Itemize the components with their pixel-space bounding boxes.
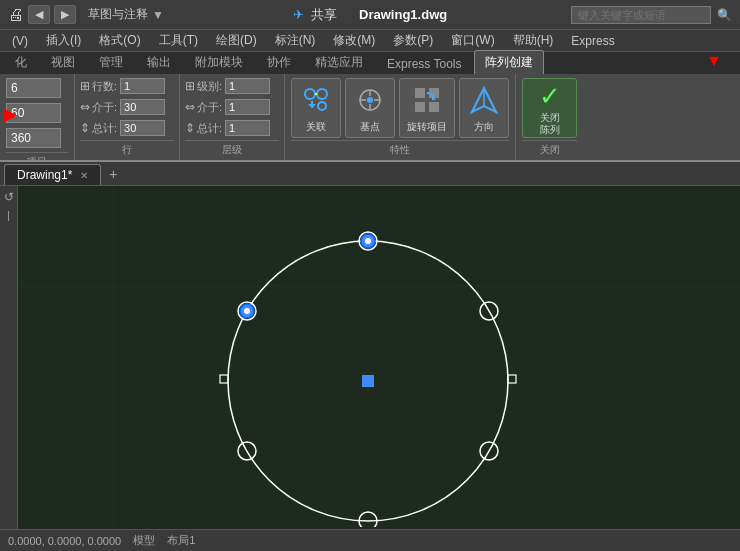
rotate-items-label: 旋转项目 [407, 121, 447, 133]
level-total-label: ⇕ 总计: [185, 121, 222, 136]
close-section: ✓ 关闭 陈列 关闭 [516, 74, 583, 160]
row-icon: ⊞ [80, 79, 90, 93]
level-icon: ⊞ [185, 79, 195, 93]
tab-output[interactable]: 输出 [136, 50, 182, 74]
level-between-input[interactable] [225, 99, 270, 115]
share-icon: ✈ [293, 7, 304, 22]
row-between-input[interactable] [120, 99, 165, 115]
tool-icon-2[interactable]: | [7, 210, 10, 221]
doc-tab-close-btn[interactable]: ✕ [80, 170, 88, 181]
svg-point-5 [318, 102, 326, 110]
row-total-label: ⇕ 总计: [80, 121, 117, 136]
red-arrow-left: ▶ [4, 105, 16, 124]
menu-window[interactable]: 窗口(W) [443, 30, 502, 51]
close-checkmark-icon: ✓ [539, 83, 561, 109]
tab-array-create[interactable]: 阵列创建 [474, 50, 544, 74]
level-total-input[interactable] [225, 120, 270, 136]
tab-express[interactable]: Express Tools [376, 53, 472, 74]
ribbon-tabs: 化 视图 管理 输出 附加模块 协作 精选应用 Express Tools 阵列… [0, 52, 740, 74]
total-icon: ⇕ [80, 121, 90, 135]
doc-tab-drawing1[interactable]: Drawing1* ✕ [4, 164, 101, 185]
associate-button[interactable]: 关联 [291, 78, 341, 138]
title-bar: 🖨 ◀ ▶ 草图与注释 ▼ ✈ 共享 Drawing1.dwg 🔍 [0, 0, 740, 30]
share-label: 共享 [311, 7, 337, 22]
level-section-label: 层级 [185, 140, 279, 157]
tab-hua[interactable]: 化 [4, 50, 38, 74]
red-arrow-top: ▼ [706, 52, 722, 70]
search-input[interactable] [571, 6, 711, 24]
close-array-label: 关闭 陈列 [540, 112, 560, 136]
menu-draw[interactable]: 绘图(D) [208, 30, 265, 51]
row-count-row: ⊞ 行数: [80, 78, 174, 94]
layout1-label[interactable]: 布局1 [167, 533, 195, 548]
item-360-row [6, 128, 68, 148]
undo-btn[interactable]: ◀ [28, 5, 50, 24]
tab-modules[interactable]: 附加模块 [184, 50, 254, 74]
tab-featured[interactable]: 精选应用 [304, 50, 374, 74]
title-bar-right: 🔍 [491, 6, 732, 24]
properties-section-label: 特性 [291, 140, 509, 157]
menu-dim[interactable]: 标注(N) [267, 30, 324, 51]
svg-rect-12 [415, 88, 425, 98]
row-between-label: ⇔ 介于: [80, 100, 117, 115]
menu-format[interactable]: 格式(O) [91, 30, 148, 51]
level-count-row: ⊞ 级别: [185, 78, 279, 94]
direction-label: 方向 [474, 121, 494, 133]
svg-rect-14 [415, 102, 425, 112]
row-between-row: ⇔ 介于: [80, 99, 174, 115]
rotate-items-button[interactable]: 旋转项目 [399, 78, 455, 138]
tab-bar: Drawing1* ✕ + [0, 162, 740, 186]
tab-manage[interactable]: 管理 [88, 50, 134, 74]
title-bar-left: 🖨 ◀ ▶ 草图与注释 ▼ [8, 5, 249, 24]
tab-collab[interactable]: 协作 [256, 50, 302, 74]
new-tab-button[interactable]: + [101, 163, 125, 185]
item-360-input[interactable] [6, 128, 61, 148]
left-tool-strip: ↺ | [0, 186, 18, 529]
row-total-input[interactable] [120, 120, 165, 136]
svg-point-1 [317, 89, 327, 99]
basepoint-button[interactable]: 基点 [345, 78, 395, 138]
basepoint-label: 基点 [360, 121, 380, 133]
row-section-label: 行 [80, 140, 174, 157]
title-bar-center: ✈ 共享 Drawing1.dwg [249, 6, 490, 24]
menu-help[interactable]: 帮助(H) [505, 30, 562, 51]
direction-icon [470, 86, 498, 118]
item-section-label: 项目 [6, 152, 68, 162]
drawing-svg [18, 186, 740, 527]
menu-modify[interactable]: 修改(M) [325, 30, 383, 51]
item-count-input[interactable] [6, 78, 61, 98]
svg-rect-15 [429, 102, 439, 112]
doc-tab-label: Drawing1* [17, 168, 72, 182]
level-count-label: ⊞ 级别: [185, 79, 222, 94]
row-total-row: ⇕ 总计: [80, 120, 174, 136]
menu-tools[interactable]: 工具(T) [151, 30, 206, 51]
model-label[interactable]: 模型 [133, 533, 155, 548]
app-icon: 🖨 [8, 6, 24, 24]
direction-button[interactable]: 方向 [459, 78, 509, 138]
basepoint-icon [356, 86, 384, 118]
menu-insert[interactable]: 插入(I) [38, 30, 89, 51]
svg-point-7 [367, 97, 373, 103]
menu-bar: (V) 插入(I) 格式(O) 工具(T) 绘图(D) 标注(N) 修改(M) … [0, 30, 740, 52]
menu-v[interactable]: (V) [4, 32, 36, 50]
tool-icon-1[interactable]: ↺ [4, 190, 14, 204]
close-array-button[interactable]: ✓ 关闭 陈列 [522, 78, 577, 138]
associate-label: 关联 [306, 121, 326, 133]
item-count-row [6, 78, 68, 98]
level-count-input[interactable] [225, 78, 270, 94]
row-count-input[interactable] [120, 78, 165, 94]
menu-express[interactable]: Express [563, 32, 622, 50]
level-total-row: ⇕ 总计: [185, 120, 279, 136]
svg-point-26 [365, 238, 371, 244]
menu-param[interactable]: 参数(P) [385, 30, 441, 51]
rotate-items-icon [413, 86, 441, 118]
title: Drawing1.dwg [359, 7, 447, 22]
associate-icon [302, 86, 330, 118]
search-icon[interactable]: 🔍 [717, 8, 732, 22]
svg-rect-19 [18, 186, 740, 527]
svg-point-0 [305, 89, 315, 99]
between-icon: ⇔ [80, 100, 90, 114]
redo-btn[interactable]: ▶ [54, 5, 76, 24]
tab-view[interactable]: 视图 [40, 50, 86, 74]
row-count-label: ⊞ 行数: [80, 79, 117, 94]
